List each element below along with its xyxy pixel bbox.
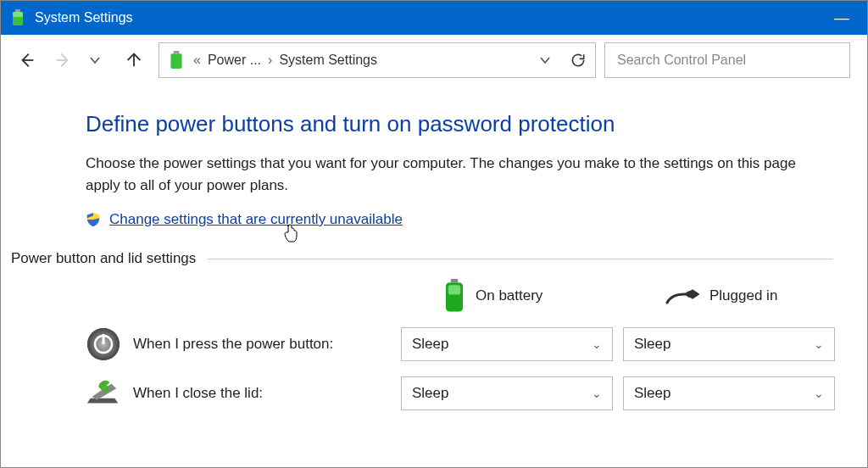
- chevron-down-icon: ⌄: [814, 337, 824, 351]
- chevron-down-icon: ⌄: [592, 387, 602, 400]
- power-button-icon: [86, 326, 121, 362]
- breadcrumb-sep-icon: ›: [268, 53, 272, 68]
- battery-app-icon: [9, 9, 26, 26]
- shield-icon: [86, 212, 101, 227]
- svg-rect-5: [451, 279, 459, 282]
- svg-rect-2: [13, 12, 23, 17]
- change-unavailable-link[interactable]: Change settings that are currently unava…: [109, 211, 403, 228]
- content: Define power buttons and turn on passwor…: [1, 86, 867, 428]
- page-title: Define power buttons and turn on passwor…: [86, 111, 833, 137]
- back-button[interactable]: [18, 51, 35, 70]
- refresh-button[interactable]: [570, 52, 587, 69]
- svg-rect-0: [15, 9, 20, 12]
- forward-button[interactable]: [53, 51, 70, 70]
- plug-icon: [665, 286, 699, 306]
- row-close-lid: When I close the lid:: [86, 376, 391, 411]
- breadcrumb-prefix-icon: «: [193, 53, 201, 68]
- section-header: Power button and lid settings: [11, 250, 833, 267]
- power-button-plugged-select[interactable]: Sleep ⌄: [623, 327, 835, 361]
- address-bar[interactable]: « Power ... › System Settings: [159, 42, 596, 78]
- chevron-down-icon: ⌄: [592, 337, 602, 351]
- col-battery: On battery: [401, 279, 613, 313]
- svg-rect-3: [174, 51, 180, 53]
- toolbar: « Power ... › System Settings Search Con…: [1, 35, 867, 86]
- section-title: Power button and lid settings: [11, 250, 196, 267]
- chevron-down-icon: ⌄: [814, 387, 824, 400]
- svg-rect-7: [448, 285, 460, 294]
- uac-row: Change settings that are currently unava…: [86, 211, 833, 228]
- minimize-button[interactable]: —: [825, 9, 859, 27]
- titlebar: System Settings —: [1, 1, 867, 35]
- page-description: Choose the power settings that you want …: [86, 153, 833, 196]
- row-power-button: When I press the power button:: [86, 326, 391, 362]
- breadcrumb-current[interactable]: System Settings: [279, 53, 377, 68]
- close-lid-plugged-select[interactable]: Sleep ⌄: [623, 376, 835, 410]
- address-dropdown-icon[interactable]: [539, 54, 551, 66]
- col-plugged: Plugged in: [623, 286, 835, 306]
- search-input[interactable]: Search Control Panel: [604, 42, 850, 78]
- breadcrumb-parent[interactable]: Power ...: [208, 53, 261, 68]
- close-lid-battery-select[interactable]: Sleep ⌄: [401, 376, 613, 410]
- recent-dropdown[interactable]: [89, 54, 106, 66]
- settings-grid: On battery Plugged in When I press the p…: [86, 279, 833, 411]
- laptop-lid-icon: [86, 376, 121, 411]
- battery-icon: [443, 279, 465, 313]
- svg-rect-4: [170, 53, 181, 69]
- search-placeholder: Search Control Panel: [617, 53, 746, 68]
- window-title: System Settings: [35, 10, 825, 25]
- svg-rect-12: [103, 334, 105, 344]
- power-button-battery-select[interactable]: Sleep ⌄: [401, 327, 613, 361]
- up-button[interactable]: [125, 51, 142, 70]
- battery-addr-icon: [168, 51, 186, 70]
- nav-buttons: [18, 51, 142, 70]
- svg-point-8: [686, 291, 696, 298]
